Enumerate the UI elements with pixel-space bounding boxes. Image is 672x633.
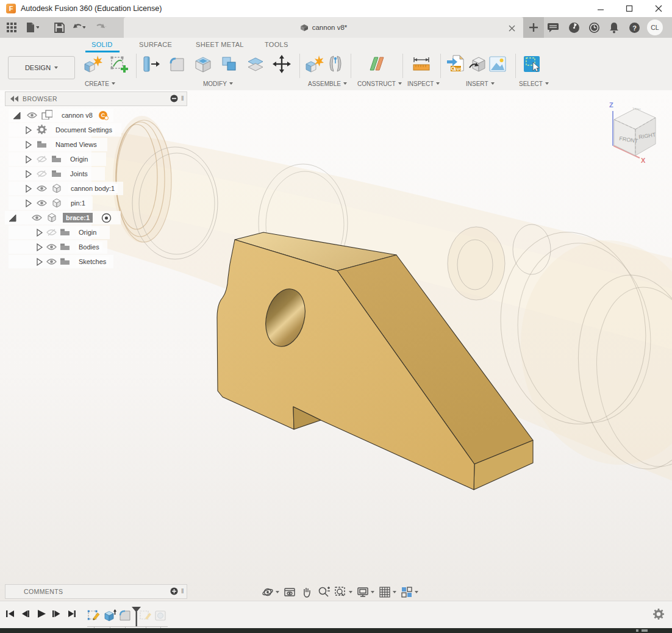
visibility-eye-icon[interactable] (32, 214, 43, 224)
tree-item-label[interactable]: cannon v8 (59, 110, 96, 120)
tab-solid[interactable]: SOLID (91, 41, 113, 51)
tree-item-named-views[interactable]: Named Views (9, 138, 107, 151)
timeline-feature-suppressed-hole-icon[interactable] (154, 609, 167, 622)
timeline-track[interactable] (87, 626, 168, 627)
panel-grip-icon[interactable]: ‖ (181, 587, 184, 595)
disclosure-expanded-icon[interactable] (13, 112, 21, 120)
visibility-eye-hidden-icon[interactable] (37, 170, 48, 180)
tree-item-label[interactable]: Sketches (76, 257, 109, 266)
new-document-tab-button[interactable] (523, 17, 544, 38)
visibility-eye-hidden-icon[interactable] (46, 229, 57, 238)
tree-item-label[interactable]: Document Settings (52, 125, 115, 135)
group-assemble[interactable]: ASSEMBLE (308, 80, 347, 87)
comments-panel-header[interactable]: COMMENTS ‖ (5, 584, 187, 599)
group-modify[interactable]: MODIFY (203, 80, 233, 87)
tree-item-label-selected[interactable]: brace:1 (63, 213, 93, 223)
browser-options-icon[interactable] (170, 95, 178, 102)
tab-sheet-metal[interactable]: SHEET METAL (196, 41, 244, 51)
disclosure-collapsed-icon[interactable] (24, 126, 32, 134)
look-at-icon[interactable] (283, 585, 296, 599)
timeline-settings-gear-icon[interactable] (652, 608, 665, 620)
collapse-panel-icon[interactable] (10, 96, 19, 102)
add-comment-icon[interactable] (170, 587, 178, 595)
close-button[interactable] (646, 0, 671, 17)
timeline-feature-extrude-icon[interactable] (103, 609, 116, 622)
visibility-eye-icon[interactable] (37, 185, 48, 195)
new-component-button[interactable] (82, 53, 103, 75)
fillet-button[interactable] (166, 53, 187, 75)
fit-icon[interactable] (334, 585, 352, 599)
undo-icon[interactable] (72, 21, 85, 34)
tree-item-label[interactable]: Origin (76, 227, 99, 237)
user-avatar[interactable]: CL (647, 20, 663, 35)
panel-grip-icon[interactable]: ‖ (181, 95, 184, 102)
pan-hand-icon[interactable] (300, 585, 313, 599)
play-button[interactable] (35, 609, 46, 620)
create-sketch-button[interactable] (109, 53, 129, 75)
group-construct[interactable]: CONSTRUCT (357, 80, 402, 87)
step-back-button[interactable] (20, 609, 31, 620)
zoom-icon[interactable] (317, 585, 331, 599)
disclosure-collapsed-icon[interactable] (24, 141, 32, 149)
disclosure-collapsed-icon[interactable] (24, 170, 32, 178)
insert-svg-button[interactable]: SVG (446, 53, 466, 75)
maximize-button[interactable] (617, 0, 642, 17)
tree-item-brace-1[interactable]: brace:1 (5, 211, 121, 224)
tree-item-joints[interactable]: Joints (9, 167, 105, 181)
select-button[interactable] (521, 53, 542, 75)
visibility-eye-icon[interactable] (27, 112, 38, 121)
document-tab[interactable]: cannon v8* (124, 17, 523, 38)
tree-item-document-settings[interactable]: Document Settings (9, 123, 121, 137)
tree-item-label[interactable]: Bodies (76, 242, 102, 252)
group-inspect[interactable]: INSPECT (407, 80, 440, 87)
tree-item-label[interactable]: Named Views (52, 140, 100, 149)
save-icon[interactable] (52, 21, 66, 34)
orbit-icon[interactable] (261, 585, 279, 599)
tree-item-label[interactable]: cannon body:1 (68, 184, 118, 193)
visibility-eye-icon[interactable] (46, 243, 57, 253)
disclosure-expanded-icon[interactable] (9, 214, 16, 222)
app-grid-icon[interactable] (5, 21, 18, 34)
insert-derive-button[interactable] (467, 53, 488, 75)
move-copy-button[interactable] (271, 53, 292, 75)
timeline-feature-fillet-icon[interactable] (118, 609, 132, 622)
timeline-feature-sketch-icon[interactable] (87, 609, 101, 622)
comments-bubble-icon[interactable] (546, 21, 560, 34)
joint-button[interactable] (325, 53, 346, 75)
extensions-icon[interactable] (567, 21, 581, 34)
grid-snap-icon[interactable] (378, 585, 396, 599)
assemble-new-component-button[interactable] (304, 53, 324, 75)
disclosure-collapsed-icon[interactable] (35, 229, 43, 237)
tree-item-label[interactable]: pin:1 (68, 198, 88, 208)
tree-item-label[interactable]: Joints (67, 169, 91, 179)
redo-icon[interactable] (93, 21, 106, 34)
document-tab-close-icon[interactable] (505, 21, 518, 35)
shell-button[interactable] (193, 53, 213, 75)
disclosure-collapsed-icon[interactable] (24, 199, 32, 207)
tree-item-pin-1[interactable]: pin:1 (9, 196, 93, 210)
combine-button[interactable] (219, 53, 240, 75)
disclosure-collapsed-icon[interactable] (35, 243, 43, 251)
tree-item-bodies[interactable]: Bodies (9, 240, 107, 254)
construct-plane-button[interactable] (366, 53, 387, 75)
group-select[interactable]: SELECT (519, 80, 549, 87)
go-to-end-button[interactable] (66, 609, 77, 620)
help-icon[interactable]: ? (627, 21, 641, 34)
press-pull-button[interactable] (140, 53, 161, 75)
tree-item-cannon-body-1[interactable]: cannon body:1 (9, 182, 123, 195)
tab-surface[interactable]: SURFACE (139, 41, 172, 51)
disclosure-collapsed-icon[interactable] (24, 156, 32, 163)
group-create[interactable]: CREATE (85, 80, 115, 87)
tree-item-cannon-v8[interactable]: cannon v8 C (9, 109, 113, 122)
insert-canvas-button[interactable] (487, 53, 508, 75)
workspace-selector-button[interactable]: DESIGN (8, 56, 75, 79)
visibility-eye-icon[interactable] (37, 199, 48, 209)
job-status-clock-icon[interactable] (587, 21, 601, 34)
tree-item-origin[interactable]: Origin (9, 152, 106, 166)
viewports-icon[interactable] (400, 585, 418, 599)
viewport-canvas[interactable]: FRONT RIGHT TOP Z X BROWSER ‖ cannon v8 … (0, 90, 672, 601)
disclosure-collapsed-icon[interactable] (24, 185, 32, 193)
display-settings-icon[interactable] (356, 585, 374, 599)
visibility-eye-icon[interactable] (46, 258, 57, 268)
activate-component-radio-icon[interactable] (101, 213, 112, 223)
